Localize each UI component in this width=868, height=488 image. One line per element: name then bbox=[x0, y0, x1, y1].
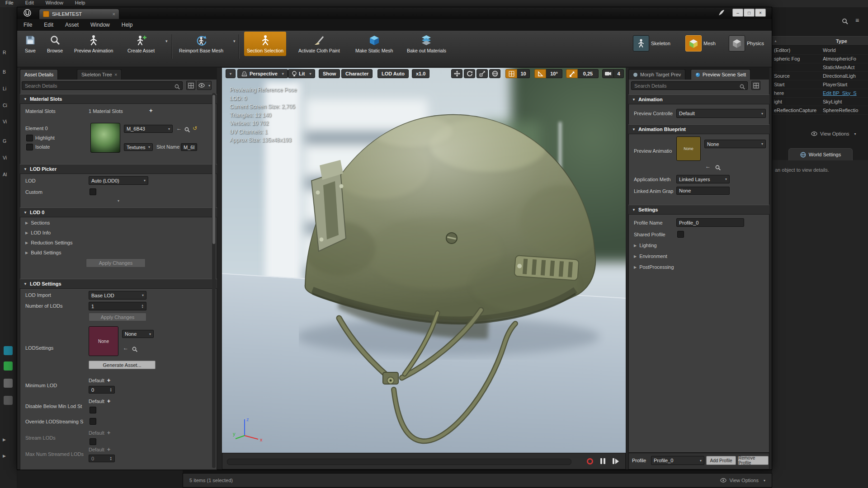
menu-icon[interactable]: ≡ bbox=[855, 17, 859, 24]
minimum-lod-default[interactable]: Default + bbox=[89, 377, 110, 383]
show-button[interactable]: Show bbox=[319, 69, 340, 78]
record-button[interactable] bbox=[587, 458, 593, 465]
disable-below-checkbox[interactable] bbox=[90, 407, 96, 413]
shared-profile-checkbox[interactable] bbox=[677, 231, 684, 238]
scrollbar-thumb[interactable] bbox=[212, 95, 215, 244]
material-slots-header[interactable]: ▼ Material Slots bbox=[20, 94, 217, 104]
maximize-button[interactable]: □ bbox=[744, 9, 755, 17]
details-search-input[interactable] bbox=[22, 81, 183, 90]
outliner-row[interactable]: Start PlayerStart bbox=[772, 80, 868, 89]
use-selected-icon[interactable]: ← bbox=[705, 164, 711, 169]
linked-anim-graph-field[interactable]: None bbox=[676, 187, 730, 195]
settings-header[interactable]: ▼ Settings bbox=[628, 205, 769, 215]
postprocessing-group-row[interactable]: ▶ PostProcessing bbox=[634, 264, 674, 270]
outliner-row[interactable]: here Edit BP_Sky_S bbox=[772, 89, 868, 98]
application-method-select[interactable]: Linked Layers ▾ bbox=[676, 175, 730, 183]
scale-tool-button[interactable] bbox=[476, 69, 488, 78]
activate-cloth-paint-button[interactable]: Activate Cloth Paint bbox=[297, 33, 342, 55]
host-menu-help[interactable]: Help bbox=[75, 0, 85, 7]
outliner-row[interactable]: eReflectionCapture SphereReflectio bbox=[772, 106, 868, 115]
browse-to-icon[interactable] bbox=[132, 346, 137, 354]
menu-asset[interactable]: Asset bbox=[65, 22, 79, 28]
close-button[interactable]: × bbox=[755, 9, 766, 17]
mesh-mode-label[interactable]: Mesh bbox=[703, 41, 716, 46]
timeline-track[interactable] bbox=[227, 459, 571, 465]
skeleton-mode-label[interactable]: Skeleton bbox=[651, 41, 670, 46]
viewport-options-button[interactable]: ▾ bbox=[226, 69, 236, 78]
create-asset-dropdown-icon[interactable]: ▾ bbox=[165, 39, 168, 43]
expand-icon[interactable]: ▶ bbox=[3, 454, 6, 458]
step-forward-button[interactable] bbox=[613, 458, 619, 464]
menu-help[interactable]: Help bbox=[122, 22, 133, 28]
save-button[interactable]: Save bbox=[23, 33, 38, 55]
material-select[interactable]: M_6B43 ▾ bbox=[124, 125, 173, 133]
outliner-row[interactable]: ight SkyLight bbox=[772, 97, 868, 106]
reset-icon[interactable]: ↺ bbox=[193, 126, 197, 131]
lodsettings-thumbnail[interactable]: None bbox=[89, 326, 118, 356]
lod0-header[interactable]: ▼ LOD 0 bbox=[20, 207, 217, 217]
animation-header[interactable]: ▼ Animation bbox=[628, 94, 769, 104]
section-selection-button[interactable]: Section Selection bbox=[244, 32, 286, 56]
edit-blueprint-link[interactable]: Edit BP_Sky_S bbox=[823, 90, 857, 96]
close-tab-icon[interactable]: × bbox=[114, 72, 117, 77]
minimize-button[interactable]: – bbox=[732, 9, 743, 17]
spinner-arrows[interactable]: ▲▼ bbox=[142, 304, 144, 309]
create-asset-button[interactable]: Create Asset bbox=[126, 33, 156, 55]
browse-to-icon[interactable] bbox=[715, 164, 721, 172]
slot-name-input[interactable] bbox=[181, 143, 197, 151]
lod-select[interactable]: Auto (LOD0) ▾ bbox=[89, 176, 148, 185]
bake-out-materials-button[interactable]: Bake out Materials bbox=[405, 33, 448, 55]
lodsettings-select[interactable]: None ▾ bbox=[122, 330, 154, 338]
override-lodstreaming-checkbox[interactable] bbox=[90, 418, 96, 425]
preview-animation-thumbnail[interactable]: None bbox=[676, 136, 701, 161]
asset-icon[interactable] bbox=[4, 361, 13, 371]
highlight-checkbox[interactable] bbox=[26, 135, 33, 141]
close-tab-icon[interactable]: × bbox=[113, 11, 115, 17]
camera-speed-button[interactable] bbox=[602, 69, 614, 78]
host-menu-file[interactable]: File bbox=[5, 0, 14, 7]
folder-icon[interactable] bbox=[4, 379, 13, 388]
isolate-checkbox[interactable] bbox=[26, 144, 33, 150]
rotation-snap-value[interactable]: 10° bbox=[546, 69, 562, 78]
outliner-row[interactable]: (Editor) World bbox=[772, 46, 868, 55]
apply-changes-button[interactable]: Apply Changes bbox=[86, 258, 146, 267]
physics-mode-label[interactable]: Physics bbox=[747, 41, 764, 46]
sections-row[interactable]: ▶ Sections bbox=[25, 220, 50, 225]
mesh-mode-button[interactable] bbox=[685, 35, 702, 52]
outliner-row[interactable]: StaticMeshAct bbox=[772, 63, 868, 72]
lighting-group-row[interactable]: ▶ Lighting bbox=[634, 243, 657, 248]
host-menu-window[interactable]: Window bbox=[46, 0, 63, 7]
rotate-tool-button[interactable] bbox=[464, 69, 475, 78]
reimport-base-mesh-button[interactable]: Reimport Base Mesh bbox=[177, 33, 225, 55]
apply-changes-button[interactable]: Apply Changes bbox=[89, 313, 146, 321]
scale-snap-toggle[interactable] bbox=[566, 69, 578, 78]
add-profile-button[interactable]: Add Profile bbox=[706, 456, 736, 465]
generate-asset-button[interactable]: Generate Asset... bbox=[89, 361, 156, 369]
tab-morph-target-previewer[interactable]: Morph Target Prev bbox=[628, 69, 685, 80]
add-material-slot-button[interactable]: + bbox=[149, 108, 153, 113]
build-settings-row[interactable]: ▶ Build Settings bbox=[25, 250, 61, 255]
tab-preview-scene-settings[interactable]: Preview Scene Sett bbox=[691, 69, 750, 80]
feedback-icon[interactable] bbox=[718, 9, 725, 18]
menu-file[interactable]: File bbox=[24, 22, 32, 28]
world-settings-tab[interactable]: World Settings bbox=[788, 148, 853, 160]
skeleton-mode-button[interactable] bbox=[633, 35, 649, 52]
lod-info-row[interactable]: ▶ LOD Info bbox=[25, 230, 51, 235]
lit-button[interactable]: Lit ▾ bbox=[288, 69, 315, 78]
profile-select[interactable]: Profile_0 ▾ bbox=[651, 456, 704, 465]
host-menu-edit[interactable]: Edit bbox=[25, 0, 34, 7]
perspective-button[interactable]: Perspective ▾ bbox=[237, 69, 288, 78]
tab-skeleton-tree[interactable]: Skeleton Tree × bbox=[77, 69, 122, 80]
make-static-mesh-button[interactable]: Make Static Mesh bbox=[354, 33, 395, 55]
scale-snap-value[interactable]: 0,25 bbox=[578, 69, 599, 78]
character-button[interactable]: Character bbox=[341, 69, 373, 78]
translate-tool-button[interactable] bbox=[451, 69, 462, 78]
folder-icon[interactable] bbox=[4, 396, 13, 405]
add-override-icon[interactable]: + bbox=[107, 398, 111, 404]
spinner-arrows[interactable]: ▲▼ bbox=[110, 388, 112, 392]
remove-profile-button[interactable]: Remove Profile bbox=[738, 456, 769, 465]
textures-dropdown[interactable]: Textures ▾ bbox=[124, 143, 153, 151]
minimum-lod-stepper[interactable]: 0 ▲▼ bbox=[89, 386, 115, 394]
grid-snap-value[interactable]: 10 bbox=[517, 69, 530, 78]
use-selected-icon[interactable]: ← bbox=[123, 345, 128, 351]
